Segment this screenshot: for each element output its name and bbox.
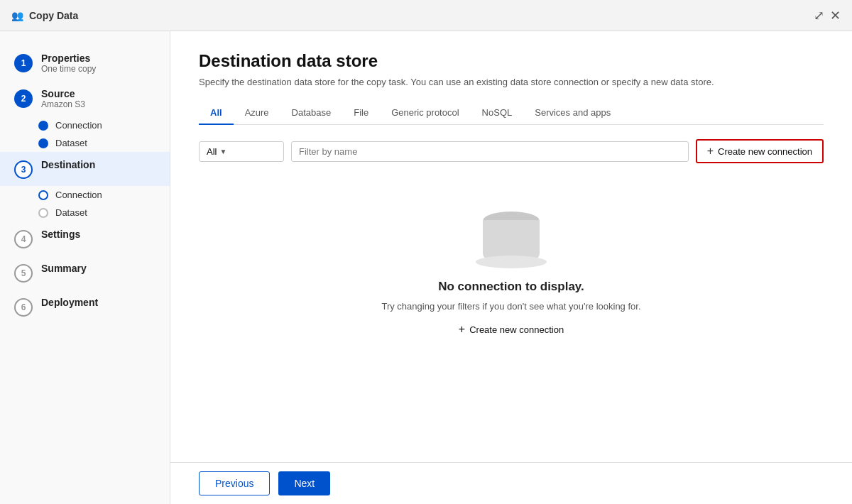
create-link-plus-icon: + [459,323,465,336]
nav-label-source: Source [41,88,85,99]
nav-label-summary: Summary [41,263,87,274]
source-dataset[interactable]: Dataset [38,134,170,152]
title-bar: 👥 Copy Data ⤢ ✕ [0,0,852,31]
cyl-body [483,220,540,259]
tab-nosql[interactable]: NoSQL [471,102,524,125]
dest-dataset-dot [38,208,48,218]
destination-sub-items: Connection Dataset [0,186,170,221]
tab-azure[interactable]: Azure [234,102,280,125]
page-subtitle: Specify the destination data store for t… [199,77,824,87]
select-value: All [207,146,217,157]
create-btn-label: Create new connection [718,146,812,157]
tab-file[interactable]: File [342,102,380,125]
title-bar-left: 👥 Copy Data [11,10,78,21]
source-connection-dot [38,121,48,131]
nav-label-properties: Properties [41,53,96,64]
empty-title: No connection to display. [438,280,584,294]
empty-subtitle: Try changing your filters if you don't s… [381,301,640,312]
filter-select[interactable]: All ▼ [199,141,284,162]
nav-circle-5: 5 [14,264,33,283]
source-dataset-dot [38,138,48,148]
app-title: Copy Data [29,10,78,21]
tab-database[interactable]: Database [280,102,343,125]
nav-circle-4: 4 [14,230,33,248]
nav-sub-properties: One time copy [41,64,96,74]
nav-circle-6: 6 [14,298,33,317]
nav-circle-3: 3 [14,160,33,179]
page-title: Destination data store [199,51,824,71]
sidebar-item-properties[interactable]: 1 Properties One time copy [0,45,170,81]
copy-data-icon: 👥 [11,10,23,21]
tab-all[interactable]: All [199,102,234,125]
close-icon[interactable]: ✕ [830,8,841,23]
content-area: Destination data store Specify the desti… [170,31,852,504]
create-connection-link[interactable]: + Create new connection [459,323,564,336]
nav-sub-source: Amazon S3 [41,99,85,109]
create-connection-button[interactable]: + Create new connection [696,139,824,163]
tab-services-and-apps[interactable]: Services and apps [523,102,622,125]
content-footer: Previous Next [170,462,852,504]
expand-icon[interactable]: ⤢ [814,8,824,23]
nav-circle-2: 2 [14,89,33,108]
cylinder-illustration [476,206,547,263]
cyl-shadow [476,256,547,268]
content-body: Destination data store Specify the desti… [170,31,852,462]
previous-button[interactable]: Previous [199,471,270,495]
plus-icon: + [707,145,714,158]
sidebar-item-source[interactable]: 2 Source Amazon S3 [0,81,170,116]
sidebar-item-settings[interactable]: 4 Settings [0,221,170,256]
empty-state: No connection to display. Try changing y… [199,177,824,364]
filter-input[interactable] [291,141,689,162]
chevron-down-icon: ▼ [219,148,226,155]
tabs-bar: All Azure Database File Generic protocol… [199,102,824,125]
next-button[interactable]: Next [278,471,330,495]
source-sub-items: Connection Dataset [0,116,170,152]
nav-label-deployment: Deployment [41,297,98,308]
sidebar-item-summary[interactable]: 5 Summary [0,256,170,290]
source-connection[interactable]: Connection [38,116,170,134]
title-bar-right: ⤢ ✕ [814,8,841,23]
destination-dataset[interactable]: Dataset [38,204,170,221]
tab-generic-protocol[interactable]: Generic protocol [380,102,470,125]
nav-label-settings: Settings [41,229,80,240]
main-container: 1 Properties One time copy 2 Source Amaz… [0,31,852,504]
sidebar-item-deployment[interactable]: 6 Deployment [0,290,170,324]
sidebar-item-destination[interactable]: 3 Destination [0,152,170,186]
dest-connection-dot [38,190,48,200]
toolbar-row: All ▼ + Create new connection [199,139,824,163]
nav-label-destination: Destination [41,159,95,170]
nav-circle-1: 1 [14,54,33,72]
destination-connection[interactable]: Connection [38,186,170,204]
sidebar: 1 Properties One time copy 2 Source Amaz… [0,31,170,504]
create-link-label: Create new connection [469,324,564,335]
